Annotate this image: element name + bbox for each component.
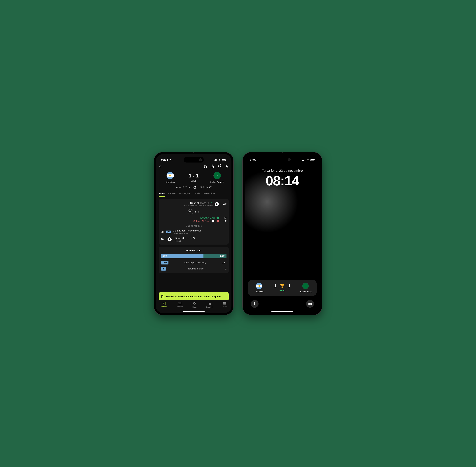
svg-rect-3 xyxy=(216,159,216,161)
tab-partidas[interactable]: Partidas xyxy=(161,302,167,308)
svg-rect-7 xyxy=(204,167,205,168)
ball-icon xyxy=(168,237,172,241)
svg-rect-27 xyxy=(314,159,315,160)
la-away-team: ٱلْ Arábia Saudita xyxy=(298,283,313,293)
event-assist: Assistência de Firas Al-Buraikan xyxy=(184,205,213,207)
carrier-label: VIVO xyxy=(250,158,256,161)
svg-rect-22 xyxy=(303,160,304,161)
event-minute: +4' xyxy=(221,220,226,222)
tab-estatisticas[interactable]: Estatísticas xyxy=(203,191,215,197)
away-team[interactable]: ٱلْ Arábia Saudita xyxy=(208,172,226,183)
goal-detail: Pênalti xyxy=(175,240,195,242)
la-away-name: Arábia Saudita xyxy=(299,290,312,293)
trophy-icon xyxy=(193,302,196,305)
home-indicator[interactable] xyxy=(271,311,293,312)
la-home-team: Argentina xyxy=(251,283,267,293)
event-minute: 10' xyxy=(161,238,164,241)
bottom-tabbar: Partidas Notícias Ligas Seguindo Mais xyxy=(156,300,231,313)
toast-live-activity-added[interactable]: Partida ao vivo adicionada à sua tela de… xyxy=(159,292,229,301)
halftime-row: PT 1 - 0 xyxy=(161,209,226,214)
event-goal-home[interactable]: 10' Lionel Messi (1 - 0) Pênalti xyxy=(161,237,226,242)
shots-away: 1 xyxy=(225,267,226,270)
tab-ligas[interactable]: Ligas xyxy=(192,302,197,308)
flashlight-button[interactable] xyxy=(251,300,259,308)
event-var[interactable]: 28' VAR Gol anulado - impedimento Lautar… xyxy=(161,229,226,234)
away-team-name: Arábia Saudita xyxy=(210,181,224,183)
tab-tabela[interactable]: Tabela xyxy=(193,191,200,197)
star-icon xyxy=(208,302,212,305)
home-team[interactable]: Argentina xyxy=(161,172,179,183)
cellular-icon xyxy=(302,159,305,161)
tab-lances[interactable]: Lances xyxy=(168,191,176,197)
xg-home: 1.03 xyxy=(161,260,168,264)
possession-home: 65% xyxy=(161,254,203,259)
svg-rect-23 xyxy=(304,159,304,161)
match-minute: 51:30 xyxy=(191,180,196,182)
match-tabs: Fatos Lances Formação Tabela Estatística… xyxy=(159,191,229,197)
stat-row-shots: 5 Total de chutes 1 xyxy=(161,267,226,271)
dynamic-island xyxy=(184,157,204,163)
cellular-icon xyxy=(214,159,217,161)
match-score: 1 - 1 xyxy=(189,173,199,179)
event-goal-away[interactable]: Saleh Al-Shehri (1 - 1) Assistência de F… xyxy=(161,202,226,207)
menu-icon xyxy=(223,302,226,305)
news-icon xyxy=(178,302,182,305)
flag-saudi-arabia-icon: ٱلْ xyxy=(213,172,221,179)
xg-away: 0.17 xyxy=(222,261,226,264)
phone-device-right: VIVO Terça-feira, 22 de novembro 08:14 A… xyxy=(243,152,322,315)
battery-icon xyxy=(311,159,315,161)
lock-time: 08:14 xyxy=(245,173,320,189)
phone-device-left: 08:14 xyxy=(154,152,233,315)
tab-seguindo[interactable]: Seguindo xyxy=(206,302,213,308)
live-activity-widget[interactable]: Argentina 1 🏆 1 51:39 ٱلْ Arábia Saudita xyxy=(248,280,317,296)
possession-title: Posse de bola xyxy=(161,249,226,252)
svg-point-29 xyxy=(309,303,311,305)
svg-rect-28 xyxy=(254,304,255,304)
wifi-icon xyxy=(306,159,310,161)
home-indicator[interactable] xyxy=(183,311,205,312)
la-away-score: 1 xyxy=(288,284,291,288)
away-scorers: Al-Shehri 49' xyxy=(200,186,212,188)
svg-rect-24 xyxy=(305,159,305,161)
flag-argentina-icon xyxy=(166,172,174,179)
sub-out-player: Salman Al-Faraj xyxy=(193,220,210,222)
events-card: Saleh Al-Shehri (1 - 1) Assistência de F… xyxy=(159,199,229,245)
halftime-badge: PT xyxy=(188,209,193,214)
sub-out-icon: → xyxy=(216,220,219,222)
event-substitution-out[interactable]: Salman Al-Faraj → +4' xyxy=(161,220,226,222)
halftime-score: 1 - 0 xyxy=(195,210,200,213)
lock-date: Terça-feira, 22 de novembro xyxy=(245,169,320,172)
toast-text: Partida ao vivo adicionada à sua tela de… xyxy=(166,295,221,298)
shots-label: Total de chutes xyxy=(188,267,203,270)
screen-app: 08:14 xyxy=(156,154,231,313)
notification-add-icon[interactable] xyxy=(217,164,222,169)
svg-rect-21 xyxy=(302,160,303,161)
share-icon[interactable] xyxy=(211,164,214,169)
home-scorers: Messi 10' (Pen) xyxy=(176,186,190,188)
camera-button[interactable] xyxy=(306,300,314,308)
extra-time-label: Mais +5 minutos xyxy=(161,225,226,227)
sub-in-player: Nawaf Al-Abid xyxy=(200,217,215,219)
flag-saudi-arabia-icon: ٱلْ xyxy=(302,283,309,289)
event-substitution[interactable]: Nawaf Al-Abid ← 45' xyxy=(161,217,226,219)
var-badge-icon: VAR xyxy=(166,231,171,233)
ball-icon xyxy=(193,186,196,189)
possession-bar: 65% 35% xyxy=(161,254,226,259)
matches-icon xyxy=(162,302,166,305)
location-icon xyxy=(169,159,171,161)
stats-card: Posse de bola 65% 35% 1.03 Gols esperado… xyxy=(159,247,229,273)
scoreboard: Argentina 1 - 1 51:30 ٱلْ Arábia Saudita xyxy=(159,171,229,184)
phone-icon xyxy=(162,295,164,298)
event-minute: 49' xyxy=(220,203,226,206)
favorite-star-icon[interactable] xyxy=(225,164,229,169)
status-time: 08:14 xyxy=(161,158,168,161)
audio-icon[interactable] xyxy=(203,164,207,169)
event-minute: 45' xyxy=(221,217,226,219)
tab-fatos[interactable]: Fatos xyxy=(159,191,165,197)
tab-mais[interactable]: Mais xyxy=(223,302,227,307)
tab-formacao[interactable]: Formação xyxy=(179,191,190,197)
svg-rect-6 xyxy=(226,159,226,160)
back-button[interactable] xyxy=(159,165,161,168)
la-home-name: Argentina xyxy=(255,290,263,293)
tab-noticias[interactable]: Notícias xyxy=(176,302,183,308)
